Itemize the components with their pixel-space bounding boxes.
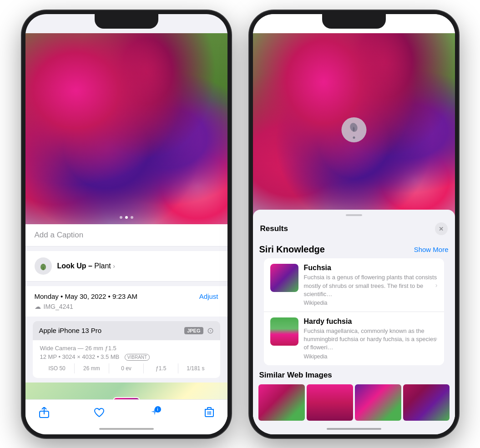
left-phone: Add a Caption Look Up –: [22, 10, 231, 438]
lookup-label: Look Up –: [57, 262, 92, 270]
hardy-chevron-icon: ›: [435, 335, 438, 342]
lookup-row[interactable]: Look Up – Plant ›: [25, 251, 227, 282]
results-panel: Results ✕ Siri Knowledge Show More: [253, 210, 455, 434]
knowledge-item-fuchsia[interactable]: Fuchsia Fuchsia is a genus of flowering …: [264, 258, 444, 312]
camera-details: Wide Camera — 26 mm ƒ1.5 12 MP • 3024 × …: [33, 340, 220, 378]
delete-button[interactable]: [205, 407, 214, 421]
results-handle[interactable]: [346, 214, 362, 216]
left-phone-inner: Add a Caption Look Up –: [25, 14, 227, 434]
hardy-source: Wikipedia: [304, 353, 438, 360]
dot-1: [120, 216, 122, 219]
heart-icon: [94, 408, 105, 418]
home-indicator-left: [99, 428, 154, 430]
exif-row: ISO 50 26 mm 0 ev ƒ1.5 1/181 s: [40, 363, 213, 373]
caption-area[interactable]: Add a Caption: [25, 224, 227, 247]
trash-icon: [205, 407, 214, 418]
vibrant-badge: VIBRANT: [125, 354, 150, 361]
exif-mm: 26 mm: [75, 363, 109, 373]
svg-rect-4: [207, 408, 211, 409]
similar-title: Similar Web Images: [258, 371, 450, 380]
fuchsia-thumbnail: [270, 264, 298, 292]
siri-knowledge-header: Siri Knowledge Show More: [258, 241, 450, 258]
exif-iso: ISO 50: [40, 363, 75, 373]
share-button[interactable]: [39, 407, 49, 421]
siri-knowledge-wrapper: Siri Knowledge Show More Fuchsia Fuchsia: [253, 241, 455, 365]
similar-img-1[interactable]: [258, 384, 305, 421]
info-button[interactable]: i: [149, 407, 160, 421]
flower-photo-inner-left: [25, 33, 227, 224]
filename-row: ☁ IMG_4241: [35, 303, 218, 310]
close-button[interactable]: ✕: [435, 222, 448, 235]
right-screen: Results ✕ Siri Knowledge Show More: [253, 14, 455, 434]
similar-img-4[interactable]: [403, 384, 450, 421]
right-content-wrapper: Results ✕ Siri Knowledge Show More: [253, 14, 455, 434]
fuchsia-source: Wikipedia: [304, 300, 438, 306]
adjust-button[interactable]: Adjust: [199, 292, 218, 300]
fuchsia-content: Fuchsia Fuchsia is a genus of flowering …: [304, 264, 438, 306]
photo-dots: [120, 216, 133, 219]
camera-section: Apple iPhone 13 Pro JPEG ⊙ Wide Camera —…: [33, 321, 220, 378]
similar-grid: [258, 384, 450, 421]
similar-img-2[interactable]: [307, 384, 353, 421]
similar-section: Similar Web Images: [258, 371, 450, 421]
visual-search-button[interactable]: [341, 117, 366, 142]
plant-icon: [38, 261, 48, 271]
leaf-icon: [348, 121, 360, 134]
notch-right: [322, 14, 386, 29]
hardy-content: Hardy fuchsia Fuchsia magellanica, commo…: [304, 317, 438, 360]
location-icon: ⊙: [207, 326, 214, 336]
cloud-icon: ☁: [35, 303, 41, 310]
camera-badges: JPEG ⊙: [184, 326, 213, 336]
hardy-title: Hardy fuchsia: [304, 317, 438, 326]
similar-img-3[interactable]: [355, 384, 401, 421]
dot-3: [131, 216, 133, 219]
close-icon: ✕: [439, 226, 444, 232]
lens-info: Wide Camera — 26 mm ƒ1.5: [40, 345, 213, 352]
date-row: Monday • May 30, 2022 • 9:23 AM Adjust: [35, 292, 218, 300]
info-badge: i: [155, 406, 161, 413]
siri-knowledge-section: Fuchsia Fuchsia is a genus of flowering …: [264, 258, 444, 365]
filename: IMG_4241: [44, 303, 73, 310]
notch-left: [95, 14, 158, 29]
caption-placeholder: Add a Caption: [35, 231, 84, 239]
jpeg-badge: JPEG: [184, 327, 203, 334]
hardy-description: Fuchsia magellanica, commonly known as t…: [304, 327, 438, 352]
home-indicator-right: [327, 428, 381, 430]
exif-ev: 0 ev: [109, 363, 144, 373]
siri-knowledge-title: Siri Knowledge: [259, 244, 325, 255]
left-content-wrapper: Add a Caption Look Up –: [25, 14, 227, 434]
info-section: Monday • May 30, 2022 • 9:23 AM Adjust ☁…: [25, 286, 227, 317]
exif-aperture: ƒ1.5: [144, 363, 178, 373]
lookup-type: Plant: [94, 262, 111, 270]
show-more-button[interactable]: Show More: [414, 246, 449, 253]
exif-shutter: 1/181 s: [178, 363, 212, 373]
knowledge-item-hardy[interactable]: Hardy fuchsia Fuchsia magellanica, commo…: [264, 312, 444, 365]
vs-dot: [353, 136, 355, 139]
lookup-text: Look Up – Plant ›: [57, 262, 115, 270]
fuchsia-chevron-icon: ›: [435, 282, 438, 289]
fuchsia-title: Fuchsia: [304, 264, 438, 272]
left-screen: Add a Caption Look Up –: [25, 14, 227, 434]
fuchsia-description: Fuchsia is a genus of flowering plants t…: [304, 273, 438, 298]
camera-model: Apple iPhone 13 Pro: [39, 327, 102, 334]
dot-2: [125, 216, 128, 219]
results-header: Results ✕: [253, 219, 455, 241]
share-icon: [39, 407, 49, 418]
right-phone-inner: Results ✕ Siri Knowledge Show More: [253, 14, 455, 434]
phones-container: Add a Caption Look Up –: [13, 1, 468, 447]
like-button[interactable]: [94, 408, 105, 420]
right-flower-photo: [253, 33, 455, 229]
flower-photo-left: [25, 33, 227, 224]
hardy-thumbnail: [270, 317, 298, 346]
specs-info: 12 MP • 3024 × 4032 • 3.5 MB VIBRANT: [40, 353, 213, 361]
results-title: Results: [260, 224, 288, 233]
date-text: Monday • May 30, 2022 • 9:23 AM: [35, 292, 137, 300]
right-phone: Results ✕ Siri Knowledge Show More: [249, 10, 459, 438]
lookup-icon: [35, 257, 52, 275]
lookup-chevron-icon: ›: [113, 262, 115, 270]
